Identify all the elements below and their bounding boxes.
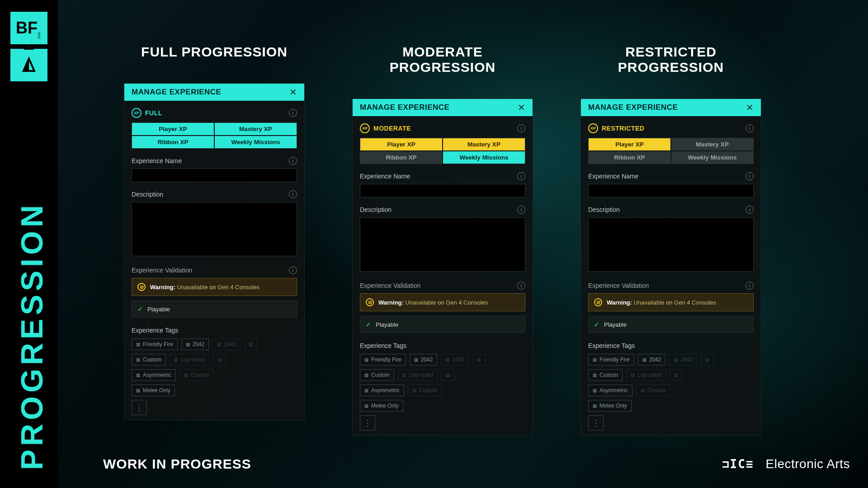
tag-x-icon: ⊠ xyxy=(674,357,678,363)
validation-label: Experience Validation xyxy=(360,282,420,289)
panel-header: MANAGE EXPERIENCE ✕ xyxy=(124,84,304,101)
tag-x-icon: ⊠ xyxy=(593,388,597,394)
tag-chip[interactable]: ⊠2042 xyxy=(638,354,666,366)
tag-x-icon: ⊠ xyxy=(174,357,178,363)
panel-title: MANAGE EXPERIENCE xyxy=(132,88,221,97)
info-icon[interactable]: i xyxy=(289,190,297,198)
tag-chip[interactable]: ⊠Custom xyxy=(360,369,394,381)
xp-chip[interactable]: Ribbon XP xyxy=(589,151,670,164)
info-icon[interactable]: i xyxy=(745,124,754,132)
info-icon[interactable]: i xyxy=(289,109,297,117)
xp-mode-label: MODERATE xyxy=(373,125,411,132)
progression-column: MODERATE PROGRESSION MANAGE EXPERIENCE ✕… xyxy=(352,44,533,436)
tag-x-icon: ⊠ xyxy=(186,342,190,347)
playable-text: Playable xyxy=(147,306,170,313)
tag-x-icon: ⊠ xyxy=(249,342,253,347)
tag-chip[interactable]: ⊠1942 xyxy=(669,354,697,366)
more-button[interactable]: ⋮ xyxy=(360,415,375,431)
info-icon[interactable]: i xyxy=(517,124,525,132)
close-icon[interactable]: ✕ xyxy=(518,103,526,112)
info-icon[interactable]: i xyxy=(745,172,754,180)
tag-chip[interactable]: ⊠2042 xyxy=(410,354,438,366)
description-input[interactable] xyxy=(132,202,297,256)
tag-chip[interactable]: ⊠Custom xyxy=(588,369,623,381)
tag-x-icon: ⊠ xyxy=(136,357,140,363)
tag-x-icon: ⊠ xyxy=(364,388,368,394)
tag-x-icon: ⊠ xyxy=(402,372,406,378)
info-icon[interactable]: i xyxy=(289,266,297,274)
tag-chip[interactable]: ⊠ xyxy=(213,354,226,366)
tag-chip[interactable]: ⊠ xyxy=(670,369,683,381)
close-icon[interactable]: ✕ xyxy=(289,88,297,97)
experience-name-input[interactable] xyxy=(132,169,297,182)
tag-chip[interactable]: ⊠Custom xyxy=(132,354,166,366)
xp-chip[interactable]: Player XP xyxy=(589,138,670,150)
tag-chip[interactable]: ⊠Lop-sided xyxy=(170,354,209,366)
tag-chip[interactable]: ⊠ xyxy=(472,354,486,366)
tag-chip[interactable]: ⊠Melee Only xyxy=(132,385,175,396)
experience-name-input[interactable] xyxy=(360,184,525,197)
progression-column: RESTRICTED PROGRESSION MANAGE EXPERIENCE… xyxy=(580,44,761,436)
xp-chip[interactable]: Weekly Missions xyxy=(671,151,753,164)
tags-label: Experience Tags xyxy=(588,342,754,349)
tag-chip[interactable]: ⊠Melee Only xyxy=(588,400,632,412)
column-title: RESTRICTED PROGRESSION xyxy=(580,44,761,75)
experience-name-input[interactable] xyxy=(588,184,754,197)
xp-chip[interactable]: Mastery XP xyxy=(443,138,525,150)
tag-chip[interactable]: ⊠Custom xyxy=(408,385,442,396)
description-input[interactable] xyxy=(360,217,525,272)
xp-chip[interactable]: Mastery XP xyxy=(671,138,753,150)
tag-chip[interactable]: ⊠Lop-sided xyxy=(398,369,438,381)
experience-name-label: Experience Name xyxy=(132,157,182,164)
tag-chip[interactable]: ⊠Friendly Fire xyxy=(360,354,406,366)
tags-label: Experience Tags xyxy=(132,327,297,334)
tag-chip[interactable]: ⊠Custom xyxy=(179,369,214,381)
panel-header: MANAGE EXPERIENCE ✕ xyxy=(353,99,533,116)
panel-title: MANAGE EXPERIENCE xyxy=(588,103,678,112)
tag-chip[interactable]: ⊠ xyxy=(701,354,714,366)
tag-chip[interactable]: ⊠Friendly Fire xyxy=(132,338,178,350)
tag-chip[interactable]: ⊠ xyxy=(244,338,257,350)
more-button[interactable]: ⋮ xyxy=(132,400,147,415)
experience-name-label: Experience Name xyxy=(360,173,410,180)
svg-marker-4 xyxy=(22,56,29,72)
xp-badge-icon: XP xyxy=(360,123,370,133)
info-icon[interactable]: i xyxy=(289,157,297,165)
xp-chip[interactable]: Ribbon XP xyxy=(360,151,442,164)
xp-chip[interactable]: Player XP xyxy=(360,138,442,150)
bf-logo-badge: BF 2042 xyxy=(10,12,47,44)
xp-chip[interactable]: Mastery XP xyxy=(215,123,297,135)
check-icon: ✓ xyxy=(137,305,143,313)
tag-chip[interactable]: ⊠1942 xyxy=(212,338,241,350)
description-input[interactable] xyxy=(588,217,754,272)
info-icon[interactable]: i xyxy=(745,206,754,214)
playable-bar: ✓ Playable xyxy=(132,300,297,318)
tag-chip[interactable]: ⊠Asymmetric xyxy=(360,385,404,396)
tag-chip[interactable]: ⊠Friendly Fire xyxy=(588,354,634,366)
svg-text:2042: 2042 xyxy=(38,32,41,39)
close-icon[interactable]: ✕ xyxy=(746,103,754,112)
manage-experience-panel: MANAGE EXPERIENCE ✕ XP FULL i Player XPM… xyxy=(124,83,305,420)
more-button[interactable]: ⋮ xyxy=(588,415,604,431)
tag-chip[interactable]: ⊠1942 xyxy=(441,354,469,366)
tag-chip[interactable]: ⊠ xyxy=(441,369,454,381)
tag-chip[interactable]: ⊠Custom xyxy=(636,385,670,396)
info-icon[interactable]: i xyxy=(517,206,525,214)
validation-label: Experience Validation xyxy=(132,267,192,274)
xp-chip[interactable]: Player XP xyxy=(132,123,214,135)
xp-chip[interactable]: Weekly Missions xyxy=(215,136,297,148)
warning-text: Warning: Unavailable on Gen 4 Consoles xyxy=(150,284,259,291)
tag-chip[interactable]: ⊠2042 xyxy=(181,338,209,350)
info-icon[interactable]: i xyxy=(517,282,525,290)
warning-text: Warning: Unavailable on Gen 4 Consoles xyxy=(607,299,716,306)
info-icon[interactable]: i xyxy=(745,282,754,290)
tag-chip[interactable]: ⊠Melee Only xyxy=(360,400,403,412)
xp-chip[interactable]: Ribbon XP xyxy=(132,136,214,148)
tag-x-icon: ⊠ xyxy=(705,357,709,363)
tag-x-icon: ⊠ xyxy=(631,372,635,378)
tag-chip[interactable]: ⊠Lop-sided xyxy=(626,369,666,381)
xp-chip[interactable]: Weekly Missions xyxy=(443,151,525,164)
tag-chip[interactable]: ⊠Asymmetric xyxy=(132,369,176,381)
info-icon[interactable]: i xyxy=(517,172,525,180)
tag-chip[interactable]: ⊠Asymmetric xyxy=(588,385,632,396)
